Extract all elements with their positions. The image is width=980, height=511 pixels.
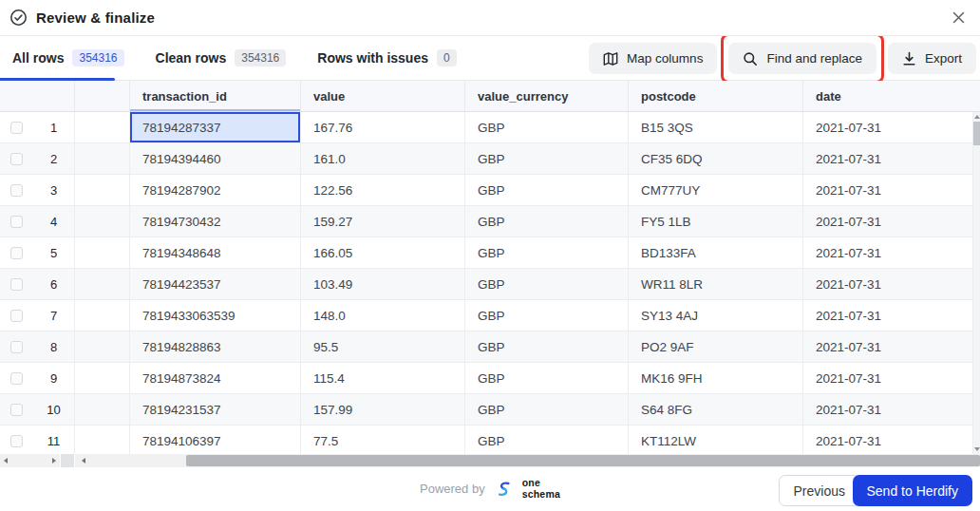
cell-value-currency[interactable]: GBP: [465, 206, 629, 237]
previous-button[interactable]: Previous: [779, 475, 860, 506]
scroll-left-arrow-icon[interactable]: [4, 458, 8, 464]
cell-value[interactable]: 77.5: [301, 426, 465, 454]
row-number[interactable]: 10: [33, 394, 75, 425]
close-icon[interactable]: [948, 8, 969, 28]
row-number[interactable]: 6: [33, 269, 75, 299]
cell-value-currency[interactable]: GBP: [465, 394, 629, 425]
cell-date[interactable]: 2021-07-31: [803, 300, 973, 331]
send-to-herdify-button[interactable]: Send to Herdify: [853, 475, 973, 506]
cell-transaction-id[interactable]: 78194348648: [130, 237, 301, 268]
row-number[interactable]: 3: [33, 175, 75, 205]
cell-value-currency[interactable]: GBP: [465, 426, 629, 454]
row-checkbox[interactable]: [10, 341, 23, 353]
column-header-value[interactable]: value: [301, 81, 465, 111]
cell-value[interactable]: 148.0: [301, 300, 465, 331]
horizontal-scrollbar[interactable]: [75, 454, 980, 467]
cell-date[interactable]: 2021-07-31: [803, 175, 973, 205]
cell-date[interactable]: 2021-07-31: [803, 363, 973, 393]
row-checkbox[interactable]: [10, 372, 23, 385]
row-checkbox[interactable]: [10, 122, 23, 134]
row-checkbox[interactable]: [10, 216, 23, 228]
cell-date[interactable]: 2021-07-31: [803, 331, 973, 362]
cell-postcode[interactable]: BD133FA: [629, 237, 803, 268]
horizontal-scrollbar-thumb[interactable]: [186, 455, 980, 466]
cell-value[interactable]: 122.56: [301, 175, 465, 205]
column-header-postcode[interactable]: postcode: [629, 81, 803, 111]
cell-postcode[interactable]: CF35 6DQ: [629, 143, 803, 174]
cell-transaction-id[interactable]: 78194231537: [130, 394, 301, 425]
cell-postcode[interactable]: PO2 9AF: [629, 331, 803, 362]
cell-date[interactable]: 2021-07-31: [803, 206, 973, 237]
vertical-scrollbar-thumb[interactable]: [973, 122, 980, 145]
cell-postcode[interactable]: S64 8FG: [629, 394, 803, 425]
cell-date[interactable]: 2021-07-31: [803, 112, 973, 142]
cell-value-currency[interactable]: GBP: [465, 363, 629, 393]
row-checkbox[interactable]: [10, 435, 23, 447]
cell-transaction-id[interactable]: 78194730432: [130, 206, 301, 237]
tab-all-rows[interactable]: All rows 354316: [12, 49, 124, 66]
cell-transaction-id[interactable]: 78194828863: [130, 331, 301, 362]
cell-postcode[interactable]: CM777UY: [629, 175, 803, 205]
row-number[interactable]: 4: [33, 206, 75, 237]
scroll-up-arrow-icon[interactable]: [974, 115, 980, 119]
frozen-columns-scrollbar[interactable]: [0, 454, 60, 467]
cell-value[interactable]: 166.05: [301, 237, 465, 268]
cell-value[interactable]: 159.27: [301, 206, 465, 237]
row-number[interactable]: 11: [33, 426, 75, 454]
cell-transaction-id[interactable]: 78194873824: [130, 363, 301, 393]
cell-date[interactable]: 2021-07-31: [803, 394, 973, 425]
cell-value-currency[interactable]: GBP: [465, 175, 629, 205]
column-header-value-currency[interactable]: value_currency: [465, 81, 629, 111]
row-number[interactable]: 1: [33, 112, 75, 142]
cell-transaction-id[interactable]: 78194287337: [130, 112, 301, 142]
row-number[interactable]: 7: [33, 300, 75, 331]
row-checkbox[interactable]: [10, 184, 23, 197]
cell-value[interactable]: 157.99: [301, 394, 465, 425]
row-number[interactable]: 9: [33, 363, 75, 393]
row-checkbox[interactable]: [10, 278, 23, 291]
cell-value[interactable]: 95.5: [301, 331, 465, 362]
scroll-left-arrow-icon[interactable]: [82, 458, 85, 464]
row-checkbox[interactable]: [10, 153, 23, 165]
cell-value-currency[interactable]: GBP: [465, 331, 629, 362]
cell-value-currency[interactable]: GBP: [465, 143, 629, 174]
scroll-down-arrow-icon[interactable]: [974, 447, 980, 451]
export-button[interactable]: Export: [888, 43, 976, 74]
cell-value[interactable]: 115.4: [301, 363, 465, 393]
cell-date[interactable]: 2021-07-31: [803, 269, 973, 299]
cell-postcode[interactable]: WR11 8LR: [629, 269, 803, 299]
cell-value-currency[interactable]: GBP: [465, 269, 629, 299]
row-number[interactable]: 8: [33, 331, 75, 362]
row-number[interactable]: 2: [33, 143, 75, 174]
map-columns-button[interactable]: Map columns: [589, 43, 717, 74]
row-checkbox[interactable]: [10, 310, 23, 322]
cell-value-currency[interactable]: GBP: [465, 300, 629, 331]
cell-date[interactable]: 2021-07-31: [803, 426, 973, 454]
cell-postcode[interactable]: SY13 4AJ: [629, 300, 803, 331]
row-number[interactable]: 5: [33, 237, 75, 268]
cell-value-currency[interactable]: GBP: [465, 112, 629, 142]
cell-postcode[interactable]: KT112LW: [629, 426, 803, 454]
cell-postcode[interactable]: B15 3QS: [629, 112, 803, 142]
cell-postcode[interactable]: MK16 9FH: [629, 363, 803, 393]
cell-transaction-id[interactable]: 78194423537: [130, 269, 301, 299]
column-header-transaction-id[interactable]: transaction_id: [130, 81, 301, 111]
cell-transaction-id[interactable]: 78194287902: [130, 175, 301, 205]
cell-date[interactable]: 2021-07-31: [803, 143, 973, 174]
tab-rows-with-issues[interactable]: Rows with issues 0: [317, 49, 456, 66]
cell-value[interactable]: 103.49: [301, 269, 465, 299]
row-checkbox[interactable]: [10, 404, 23, 416]
column-header-date[interactable]: date: [803, 81, 980, 111]
cell-value-currency[interactable]: GBP: [465, 237, 629, 268]
tab-clean-rows[interactable]: Clean rows 354316: [156, 49, 287, 66]
scroll-right-arrow-icon[interactable]: [52, 458, 56, 464]
row-checkbox[interactable]: [10, 247, 23, 259]
vertical-scrollbar[interactable]: [973, 112, 980, 454]
cell-transaction-id[interactable]: 78194394460: [130, 143, 301, 174]
cell-transaction-id[interactable]: 7819433063539: [130, 300, 301, 331]
cell-date[interactable]: 2021-07-31: [803, 237, 973, 268]
cell-transaction-id[interactable]: 78194106397: [130, 426, 301, 454]
cell-value[interactable]: 167.76: [301, 112, 465, 142]
cell-value[interactable]: 161.0: [301, 143, 465, 174]
find-and-replace-button[interactable]: Find and replace: [728, 43, 876, 74]
